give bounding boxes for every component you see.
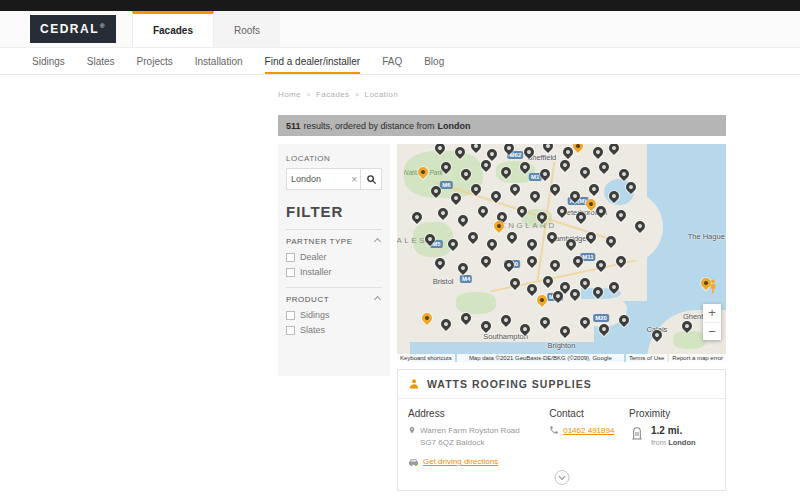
map-pin[interactable] (577, 165, 591, 179)
filter-group-header[interactable]: PARTNER TYPE (286, 237, 382, 246)
filter-option-slates[interactable]: Slates (286, 325, 382, 335)
map-pin[interactable] (614, 254, 628, 268)
map-pin[interactable] (558, 324, 572, 338)
search-button[interactable] (361, 169, 381, 189)
map-pin[interactable] (679, 319, 693, 333)
map-pin[interactable] (607, 280, 621, 294)
map-pin-highlighted[interactable] (535, 293, 549, 307)
map-pin[interactable] (564, 237, 578, 251)
phone-link[interactable]: 01462 491894 (563, 425, 614, 437)
map-pin[interactable] (505, 230, 519, 244)
map-pin[interactable] (459, 311, 473, 325)
map-pin-highlighted[interactable] (416, 165, 430, 179)
map[interactable]: WALESENGLANDSheffieldPeterboroughCambrid… (397, 144, 726, 362)
map-pin[interactable] (591, 285, 605, 299)
map-pin[interactable] (607, 144, 621, 155)
checkbox[interactable] (286, 253, 295, 262)
map-pin[interactable] (558, 158, 572, 172)
keyboard-shortcuts-link[interactable]: Keyboard shortcuts (397, 354, 455, 362)
map-pin-highlighted[interactable] (420, 311, 434, 325)
nav-item-faq[interactable]: FAQ (382, 48, 402, 74)
map-pin[interactable] (479, 254, 493, 268)
map-pin[interactable] (485, 237, 499, 251)
zoom-in-button[interactable]: + (703, 304, 721, 322)
map-pin[interactable] (466, 230, 480, 244)
nav-item-blog[interactable]: Blog (424, 48, 444, 74)
map-pin[interactable] (587, 182, 601, 196)
map-pin[interactable] (571, 254, 585, 268)
map-pin[interactable] (541, 274, 555, 288)
map-pin[interactable] (498, 313, 512, 327)
driving-directions-link[interactable]: Get driving directions (423, 456, 498, 468)
pegman-icon[interactable] (708, 279, 718, 298)
map-pin[interactable] (525, 254, 539, 268)
filter-option-sidings[interactable]: Sidings (286, 310, 382, 320)
map-pin[interactable] (502, 258, 516, 272)
nav-item-find-a-dealer-installer[interactable]: Find a dealer/installer (265, 48, 361, 74)
map-pin[interactable] (607, 189, 621, 203)
map-pin[interactable] (469, 182, 483, 196)
map-pin[interactable] (614, 208, 628, 222)
map-pin[interactable] (624, 180, 638, 194)
map-pin[interactable] (489, 189, 503, 203)
map-pin[interactable] (410, 210, 424, 224)
map-pin[interactable] (528, 189, 542, 203)
map-pin[interactable] (518, 160, 532, 174)
nav-item-projects[interactable]: Projects (137, 48, 173, 74)
map-pin[interactable] (522, 145, 536, 159)
map-pin[interactable] (548, 258, 562, 272)
map-pin[interactable] (650, 328, 664, 342)
filter-option-dealer[interactable]: Dealer (286, 252, 382, 262)
tab-facades[interactable]: Facades (132, 11, 214, 47)
breadcrumb-item[interactable]: Facades (316, 90, 349, 99)
map-pin[interactable] (568, 189, 582, 203)
expand-results-button[interactable] (554, 470, 569, 485)
map-pin[interactable] (429, 184, 443, 198)
map-pin[interactable] (545, 230, 559, 244)
location-search-input[interactable] (287, 174, 348, 184)
map-pin[interactable] (456, 213, 470, 227)
checkbox[interactable] (286, 326, 295, 335)
map-pin[interactable] (469, 144, 483, 153)
map-pin[interactable] (508, 276, 522, 290)
map-pin[interactable] (436, 206, 450, 220)
map-pin[interactable] (433, 256, 447, 270)
map-pin[interactable] (597, 322, 611, 336)
map-pin[interactable] (515, 204, 529, 218)
checkbox[interactable] (286, 311, 295, 320)
map-pin[interactable] (617, 167, 631, 181)
tab-roofs[interactable]: Roofs (214, 11, 280, 47)
breadcrumb-item[interactable]: Home (278, 90, 301, 99)
map-pin[interactable] (456, 261, 470, 275)
clear-search-icon[interactable]: × (348, 174, 360, 185)
map-pin[interactable] (502, 144, 516, 155)
checkbox[interactable] (286, 268, 295, 277)
nav-item-installation[interactable]: Installation (195, 48, 243, 74)
map-pin[interactable] (554, 204, 568, 218)
terms-of-use-link[interactable]: Terms of Use (626, 354, 667, 362)
map-pin[interactable] (475, 204, 489, 218)
map-pin[interactable] (633, 219, 647, 233)
map-pin[interactable] (597, 160, 611, 174)
map-pin[interactable] (541, 144, 555, 153)
map-pin[interactable] (538, 167, 552, 181)
map-pin[interactable] (594, 258, 608, 272)
map-pin[interactable] (439, 160, 453, 174)
map-pin[interactable] (591, 145, 605, 159)
filter-option-installer[interactable]: Installer (286, 267, 382, 277)
nav-item-slates[interactable]: Slates (87, 48, 115, 74)
map-pin[interactable] (525, 282, 539, 296)
map-pin[interactable] (518, 322, 532, 336)
map-pin[interactable] (604, 234, 618, 248)
map-pin[interactable] (584, 230, 598, 244)
brand-logo[interactable]: CEDRAL® (30, 15, 116, 43)
map-pin[interactable] (538, 315, 552, 329)
map-pin[interactable] (577, 276, 591, 290)
dealer-card-header[interactable]: WATTS ROOFING SUPPLIES (398, 370, 725, 399)
map-pin[interactable] (479, 319, 493, 333)
report-map-error-link[interactable]: Report a map error (669, 354, 726, 362)
map-pin[interactable] (446, 237, 460, 251)
map-pin[interactable] (525, 237, 539, 251)
map-pin[interactable] (449, 191, 463, 205)
map-pin[interactable] (574, 210, 588, 224)
